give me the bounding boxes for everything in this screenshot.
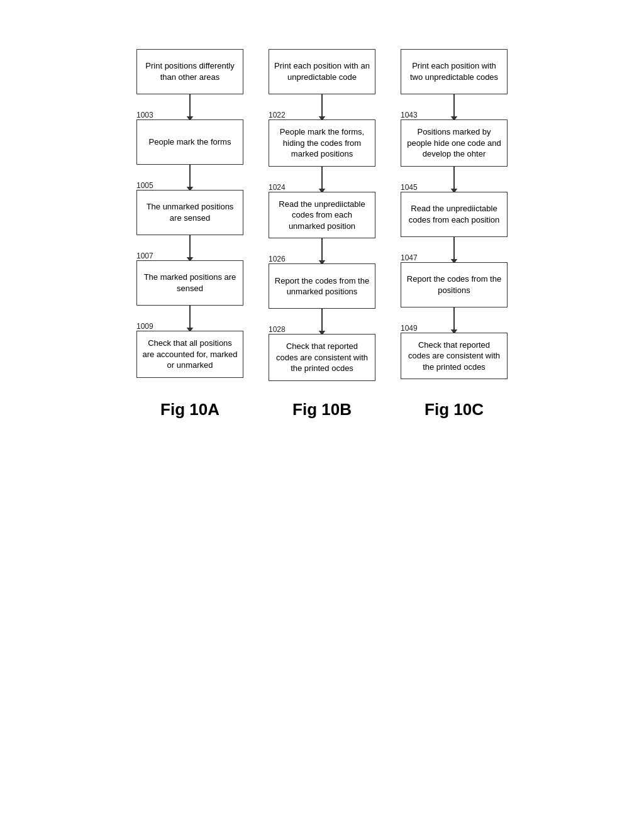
node-wrapper-1047: Report the codes from the positions xyxy=(388,262,520,307)
fig-label-col-c: Fig 10C xyxy=(388,400,520,419)
step-ref-1009: 1009 xyxy=(136,322,153,331)
arrow-1003: 1005 xyxy=(124,165,256,190)
box-1049: Check that reported codes are consistent… xyxy=(401,333,508,380)
diagram-area: Print positions differently than other a… xyxy=(38,49,606,381)
box-1024: Read the unprediictable codes from each … xyxy=(269,192,375,239)
step-ref-1043: 1043 xyxy=(401,111,418,119)
arrow-1022: 1024 xyxy=(256,167,388,192)
step-ref-1045: 1045 xyxy=(401,183,418,192)
arrow-1020: 1022 xyxy=(256,94,388,119)
node-wrapper-1005: The unmarked positions are sensed xyxy=(124,190,256,235)
node-wrapper-1001: Print positions differently than other a… xyxy=(124,49,256,94)
node-wrapper-1045: Read the unprediictable codes from each … xyxy=(388,192,520,237)
node-wrapper-1043: Positions marked by people hide one code… xyxy=(388,119,520,167)
step-ref-1007: 1007 xyxy=(136,252,153,260)
arrow-1041: 1043 xyxy=(388,94,520,119)
box-1043: Positions marked by people hide one code… xyxy=(401,119,508,167)
fig-label-col-b: Fig 10B xyxy=(256,400,388,419)
box-1022: People mark the forms, hiding the codes … xyxy=(269,119,375,167)
arrow-line-1045 xyxy=(453,237,455,260)
header xyxy=(0,0,644,11)
node-wrapper-1022: People mark the forms, hiding the codes … xyxy=(256,119,388,167)
box-1026: Report the codes from the unmarked posit… xyxy=(269,263,375,309)
fig-labels: Fig 10AFig 10BFig 10C xyxy=(38,400,606,419)
box-1003: People mark the forms xyxy=(136,119,243,165)
step-ref-1028: 1028 xyxy=(269,325,286,334)
arrow-line-1005 xyxy=(189,235,191,258)
node-wrapper-1028: Check that reported codes are consistent… xyxy=(256,334,388,381)
node-wrapper-1049: Check that reported codes are consistent… xyxy=(388,333,520,380)
arrow-line-1043 xyxy=(453,167,455,189)
node-wrapper-1024: Read the unprediictable codes from each … xyxy=(256,192,388,239)
arrow-1024: 1026 xyxy=(256,238,388,263)
box-1020: Print each position with an unpredictabl… xyxy=(269,49,375,94)
box-1028: Check that reported codes are consistent… xyxy=(269,334,375,381)
arrow-line-1003 xyxy=(189,165,191,187)
step-ref-1005: 1005 xyxy=(136,181,153,190)
column-col-a: Print positions differently than other a… xyxy=(124,49,256,381)
box-1001: Print positions differently than other a… xyxy=(136,49,243,94)
step-ref-1026: 1026 xyxy=(269,255,286,263)
column-col-b: Print each position with an unpredictabl… xyxy=(256,49,388,381)
node-wrapper-1026: Report the codes from the unmarked posit… xyxy=(256,263,388,309)
node-wrapper-1020: Print each position with an unpredictabl… xyxy=(256,49,388,94)
box-1047: Report the codes from the positions xyxy=(401,262,508,307)
node-wrapper-1003: People mark the forms xyxy=(124,119,256,165)
arrow-line-1024 xyxy=(321,238,323,261)
fig-label-col-a: Fig 10A xyxy=(124,400,256,419)
step-ref-1024: 1024 xyxy=(269,183,286,192)
arrow-1007: 1009 xyxy=(124,306,256,331)
arrow-line-1020 xyxy=(321,94,323,117)
box-1045: Read the unprediictable codes from each … xyxy=(401,192,508,237)
arrow-line-1001 xyxy=(189,94,191,117)
box-1007: The marked positions are sensed xyxy=(136,260,243,306)
box-1041: Print each position with two unpredictab… xyxy=(401,49,508,94)
step-ref-1047: 1047 xyxy=(401,253,418,262)
step-ref-1022: 1022 xyxy=(269,111,286,119)
arrow-1001: 1003 xyxy=(124,94,256,119)
arrow-1045: 1047 xyxy=(388,237,520,262)
arrow-1005: 1007 xyxy=(124,235,256,260)
arrow-1026: 1028 xyxy=(256,309,388,334)
node-wrapper-1007: The marked positions are sensed xyxy=(124,260,256,306)
arrow-1043: 1045 xyxy=(388,167,520,192)
step-ref-1049: 1049 xyxy=(401,324,418,333)
node-wrapper-1009: Check that all positions are accounted f… xyxy=(124,331,256,378)
box-1009: Check that all positions are accounted f… xyxy=(136,331,243,378)
node-wrapper-1041: Print each position with two unpredictab… xyxy=(388,49,520,94)
arrow-line-1007 xyxy=(189,306,191,328)
step-ref-1003: 1003 xyxy=(136,111,153,119)
arrow-line-1022 xyxy=(321,167,323,189)
arrow-1047: 1049 xyxy=(388,307,520,333)
arrow-line-1041 xyxy=(453,94,455,117)
arrow-line-1047 xyxy=(453,307,455,330)
column-col-c: Print each position with two unpredictab… xyxy=(388,49,520,381)
box-1005: The unmarked positions are sensed xyxy=(136,190,243,235)
arrow-line-1026 xyxy=(321,309,323,331)
main-content: Print positions differently than other a… xyxy=(0,11,644,445)
